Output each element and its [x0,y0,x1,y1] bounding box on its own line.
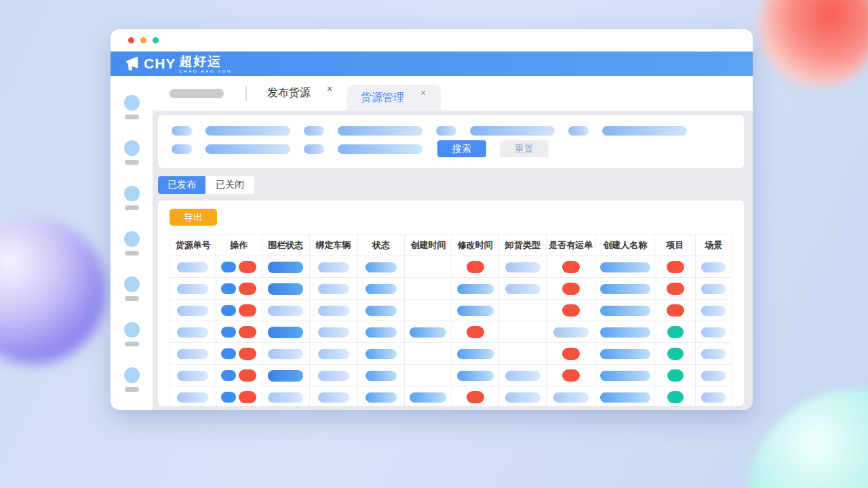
table-cell [655,256,696,278]
cell-pill-placeholder [268,349,303,359]
cell-pill-placeholder [701,327,726,338]
tab-label: 发布货源 [267,86,311,100]
cell-pill-placeholder [366,262,397,272]
table-cell [170,256,216,278]
edit-action-dot[interactable] [221,262,236,272]
export-button[interactable]: 导出 [170,209,217,226]
status-tab-closed[interactable]: 已关闭 [205,176,254,194]
delete-action-dot[interactable] [239,304,256,317]
table-cell [655,278,696,300]
tab-publish-source[interactable]: 发布货源 × [267,86,334,100]
cell-pill-placeholder [268,327,303,338]
menu-icon [124,140,140,156]
table-cell [499,278,547,300]
page-background: CHY 超好运 CHAO HAO YUN 发布货源 × 货 [0,0,868,488]
menu-icon [124,231,140,247]
column-header: 状态 [357,235,405,256]
table-cell [405,321,452,343]
reset-button[interactable]: 重置 [500,140,549,157]
logo-name-cn: 超好运 [179,55,222,68]
cell-pill-placeholder [318,371,349,381]
delete-action-dot[interactable] [239,391,256,403]
cell-pill-placeholder [457,371,494,381]
table-cell [452,343,499,365]
logo-name-en: CHAO HAO YUN [179,69,231,73]
delete-action-dot[interactable] [239,326,256,338]
app-window: CHY 超好运 CHAO HAO YUN 发布货源 × 货 [111,29,753,410]
sidebar-item[interactable] [124,95,140,119]
cell-pill-placeholder [268,306,303,316]
filter-input-placeholder[interactable] [338,126,422,136]
table-cell [547,256,595,278]
status-dot-red [467,391,484,403]
table-cell [547,278,595,300]
close-icon[interactable]: × [420,87,427,98]
decor-blob-purple [0,218,106,364]
table-cell [547,300,595,321]
menu-icon [124,367,140,383]
sidebar-item[interactable] [124,231,140,256]
table-row [170,256,732,278]
sidebar-item[interactable] [124,140,140,165]
sidebar-item[interactable] [124,186,140,210]
delete-action-dot[interactable] [239,369,256,382]
delete-action-dot[interactable] [239,261,256,273]
table-cell [595,386,655,407]
edit-action-dot[interactable] [221,392,236,403]
status-dot-teal [667,391,684,403]
window-titlebar [111,29,753,52]
search-button[interactable]: 搜索 [437,140,486,157]
column-header: 创建时间 [405,235,452,256]
filter-input-placeholder[interactable] [205,144,290,154]
cell-pill-placeholder [600,371,650,381]
filter-input-placeholder[interactable] [338,144,422,154]
edit-action-dot[interactable] [221,348,236,359]
table-cell [452,386,499,407]
window-maximize-button[interactable] [153,37,159,43]
cell-pill-placeholder [177,349,208,359]
table-cell [170,365,216,386]
table-cell [655,343,696,365]
edit-action-dot[interactable] [221,327,236,338]
table-cell [547,386,595,407]
decor-blob-teal [746,388,868,488]
table-cell [309,256,357,278]
sidebar-item[interactable] [124,367,140,392]
filter-input-placeholder[interactable] [205,126,290,136]
cell-pill-placeholder [600,306,650,316]
filter-input-placeholder[interactable] [602,126,687,136]
status-tabs: 已发布 已关闭 [158,176,254,194]
table-cell [655,365,696,386]
close-icon[interactable]: × [327,83,334,94]
content-area: 搜索 重置 已发布 已关闭 导出 货源 [153,110,753,410]
menu-label-placeholder [125,115,139,119]
table-cell [405,278,452,300]
edit-action-dot[interactable] [221,370,236,381]
menu-label-placeholder [125,296,139,301]
table-cell [655,300,696,321]
status-tab-published[interactable]: 已发布 [158,176,205,194]
cell-pill-placeholder [600,262,650,272]
cell-pill-placeholder [318,327,349,338]
table-cell [547,343,595,365]
delete-action-dot[interactable] [239,283,256,295]
delete-action-dot[interactable] [239,348,256,360]
status-dot-red [562,283,580,295]
sidebar-item[interactable] [124,322,140,346]
tab-placeholder-pill[interactable] [170,89,224,98]
tab-source-management[interactable]: 货源管理 × [347,85,441,110]
cell-pill-placeholder [457,306,494,316]
edit-action-dot[interactable] [221,305,236,316]
table-cell [262,365,309,386]
filter-label-placeholder [172,126,192,136]
window-body: 发布货源 × 货源管理 × 搜索 重置 [111,76,753,410]
table-cell [309,278,357,300]
edit-action-dot[interactable] [221,283,236,294]
table-panel: 导出 货源单号操作围栏状态绑定车辆状态创建时间修改时间卸货类型是否有运单创建人名… [158,201,744,406]
window-close-button[interactable] [128,37,134,43]
app-logo: CHY 超好运 CHAO HAO YUN [124,55,232,73]
sidebar-item[interactable] [124,277,140,301]
cell-pill-placeholder [268,262,303,273]
filter-input-placeholder[interactable] [470,126,555,136]
window-minimize-button[interactable] [140,37,146,43]
